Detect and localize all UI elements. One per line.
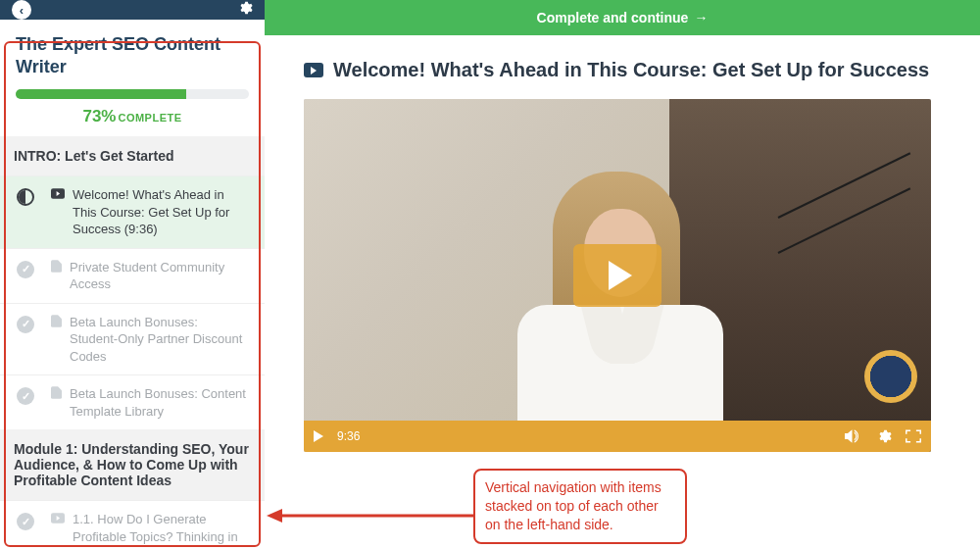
status-inprogress-icon [17, 188, 34, 206]
document-icon [51, 386, 62, 420]
progress-bar [16, 89, 249, 99]
video-icon [51, 512, 65, 549]
course-title: The Expert SEO Content Writer [16, 33, 249, 77]
course-header: The Expert SEO Content Writer 73%COMPLET… [0, 20, 265, 136]
arrow-right-icon: → [694, 10, 708, 25]
lesson-item-active[interactable]: Welcome! What's Ahead in This Course: Ge… [0, 175, 265, 248]
video-player[interactable]: 9:36 [304, 99, 931, 452]
settings-icon[interactable] [237, 0, 253, 20]
lesson-label: Beta Launch Bonuses: Student-Only Partne… [70, 314, 247, 366]
progress-label: 73%COMPLETE [16, 107, 249, 126]
main: Complete and continue→ Welcome! What's A… [265, 0, 980, 549]
lesson-item[interactable]: ✓ Private Student Community Access [0, 248, 265, 303]
play-button[interactable] [573, 244, 662, 307]
settings-icon[interactable] [876, 428, 892, 444]
status-done-icon: ✓ [17, 513, 34, 530]
player-controls: 9:36 [304, 421, 931, 452]
play-icon[interactable] [314, 430, 323, 442]
video-icon [304, 63, 323, 77]
complete-continue-button[interactable]: Complete and continue→ [265, 0, 980, 35]
lesson-label: Private Student Community Access [70, 259, 247, 293]
lesson-label: Welcome! What's Ahead in This Course: Ge… [73, 186, 247, 238]
brand-badge [864, 350, 917, 403]
lesson-item[interactable]: ✓ Beta Launch Bonuses: Content Template … [0, 374, 265, 429]
lesson-item[interactable]: ✓ Beta Launch Bonuses: Student-Only Part… [0, 303, 265, 375]
progress-fill [16, 89, 186, 99]
status-done-icon: ✓ [17, 316, 34, 333]
video-icon [51, 187, 65, 238]
section-header: Module 1: Understanding SEO, Your Audien… [0, 429, 265, 500]
lesson-heading: Welcome! What's Ahead in This Course: Ge… [304, 59, 941, 81]
lesson-title: Welcome! What's Ahead in This Course: Ge… [333, 59, 929, 81]
video-time: 9:36 [337, 429, 360, 443]
document-icon [51, 260, 62, 293]
document-icon [51, 315, 62, 366]
section-header: INTRO: Let's Get Started [0, 136, 265, 175]
volume-icon[interactable] [845, 429, 862, 443]
status-done-icon: ✓ [17, 387, 34, 405]
lesson-item[interactable]: ✓ 1.1. How Do I Generate Profitable Topi… [0, 500, 265, 549]
sidebar: ‹ The Expert SEO Content Writer 73%COMPL… [0, 0, 265, 549]
lesson-label: Beta Launch Bonuses: Content Template Li… [70, 385, 247, 420]
status-done-icon: ✓ [17, 261, 34, 278]
back-button[interactable]: ‹ [12, 0, 31, 20]
annotation-callout: Vertical navigation with items stacked o… [473, 469, 687, 544]
sidebar-topbar: ‹ [0, 0, 265, 20]
lesson-label: 1.1. How Do I Generate Profitable Topics… [73, 511, 247, 549]
fullscreen-icon[interactable] [906, 429, 921, 443]
